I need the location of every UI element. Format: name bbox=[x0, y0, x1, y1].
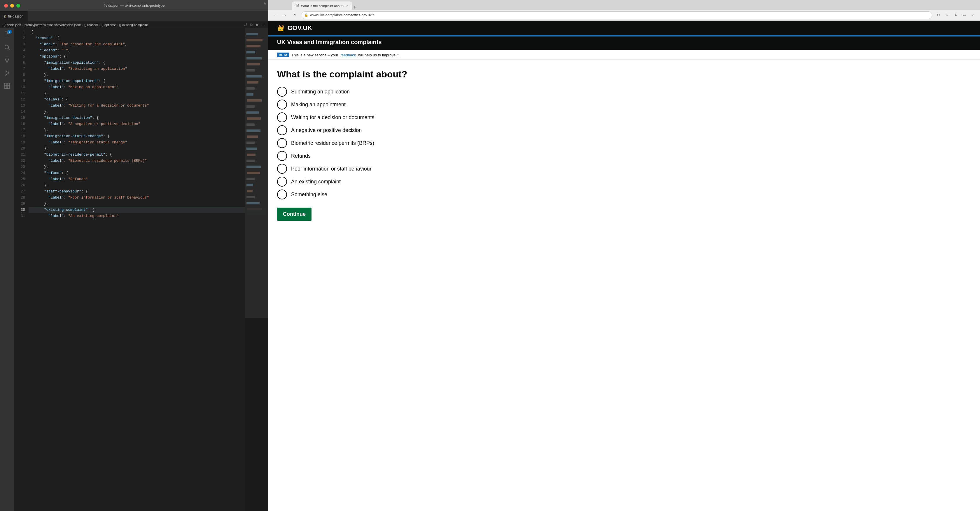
radio-label-staff-behaviour: Poor information or staff behaviour bbox=[291, 166, 372, 172]
radio-item-immigration-application[interactable]: Submitting an application bbox=[277, 87, 971, 97]
svg-rect-36 bbox=[247, 160, 255, 162]
tab-close-button[interactable]: ✕ bbox=[346, 4, 348, 7]
ln-12: 12 bbox=[14, 97, 29, 103]
radio-item-immigration-decision[interactable]: A negative or positive decision bbox=[277, 125, 971, 135]
close-button[interactable] bbox=[4, 4, 8, 8]
browser-toolbar: ‹ › ↻ 🔒 www.ukvi-complaints.homeoffice.g… bbox=[268, 10, 980, 21]
code-line-20: }, bbox=[29, 146, 245, 152]
ln-9: 9 bbox=[14, 78, 29, 85]
code-line-15: "immigration-decision": { bbox=[29, 115, 245, 121]
code-line-31: "label": "An existing complaint" bbox=[29, 213, 245, 219]
search-icon[interactable]: ⌕ bbox=[969, 11, 977, 19]
reload-icon[interactable]: ↻ bbox=[934, 11, 942, 19]
svg-rect-11 bbox=[5, 83, 7, 86]
minimap[interactable] bbox=[245, 28, 268, 511]
svg-rect-27 bbox=[247, 105, 255, 108]
radio-item-refund[interactable]: Refunds bbox=[277, 151, 971, 161]
svg-rect-40 bbox=[247, 184, 253, 186]
svg-rect-22 bbox=[247, 75, 262, 77]
address-bar[interactable]: 🔒 www.ukvi-complaints.homeoffice.gov.uk/… bbox=[301, 11, 932, 19]
svg-rect-42 bbox=[247, 196, 255, 198]
svg-rect-26 bbox=[247, 99, 262, 102]
svg-rect-45 bbox=[246, 208, 268, 216]
page-heading: What is the complaint about? bbox=[277, 69, 971, 80]
more-actions-icon[interactable]: ··· bbox=[261, 22, 265, 27]
svg-rect-19 bbox=[247, 57, 262, 59]
code-line-23: }, bbox=[29, 164, 245, 170]
ab-extensions-icon[interactable] bbox=[3, 82, 11, 90]
editor-tab[interactable]: {} fields.json bbox=[0, 11, 28, 21]
code-line-12: "delays": { bbox=[29, 97, 245, 103]
radio-item-biometric-residence-permit[interactable]: Biometric residence permits (BRPs) bbox=[277, 138, 971, 148]
svg-point-4 bbox=[6, 61, 8, 62]
svg-rect-14 bbox=[7, 86, 10, 88]
more-icon[interactable]: ··· bbox=[961, 11, 968, 19]
radio-item-immigration-appointment[interactable]: Making an appointment bbox=[277, 99, 971, 110]
bc-path1[interactable]: prototype/translations/src/en/fields.jso… bbox=[24, 23, 81, 27]
bc-options[interactable]: {} options/ bbox=[102, 23, 116, 27]
ln-7: 7 bbox=[14, 66, 29, 72]
code-line-9: "immigration-appointment": { bbox=[29, 78, 245, 85]
forward-button[interactable]: › bbox=[281, 11, 289, 19]
new-tab-button[interactable]: + bbox=[353, 5, 356, 10]
radio-item-something-else[interactable]: Something else bbox=[277, 190, 971, 200]
code-line-14: }, bbox=[29, 109, 245, 115]
download-icon[interactable]: ⬇ bbox=[952, 11, 959, 19]
tab-favicon: 🏛 bbox=[296, 3, 299, 8]
code-line-30: "existing-complaint": { bbox=[29, 207, 245, 213]
bookmark-icon[interactable]: ☆ bbox=[943, 11, 951, 19]
radio-item-staff-behaviour[interactable]: Poor information or staff behaviour bbox=[277, 164, 971, 174]
bc-reason[interactable]: {} reason/ bbox=[84, 23, 98, 27]
ln-30: 30 bbox=[14, 207, 29, 213]
editor-area: 1 1 2 3 4 5 6 7 bbox=[0, 28, 268, 511]
svg-rect-16 bbox=[247, 39, 262, 41]
ab-run-icon[interactable] bbox=[3, 69, 11, 77]
back-button[interactable]: ‹ bbox=[271, 11, 279, 19]
toolbar-actions: ↻ ☆ ⬇ ··· ⌕ bbox=[934, 11, 977, 19]
svg-marker-9 bbox=[5, 71, 9, 76]
svg-point-2 bbox=[5, 58, 6, 59]
browser-tab-active[interactable]: 🏛 What is the complaint about? ✕ bbox=[292, 1, 352, 10]
code-line-22: "label": "Biometric residence permits (B… bbox=[29, 158, 245, 164]
continue-button[interactable]: Continue bbox=[277, 208, 312, 221]
refresh-button[interactable]: ↻ bbox=[291, 11, 299, 19]
code-line-10: "label": "Making an appointment" bbox=[29, 85, 245, 91]
ab-git-icon[interactable] bbox=[3, 56, 11, 64]
svg-rect-18 bbox=[247, 51, 255, 53]
add-file-icon[interactable]: + bbox=[263, 1, 266, 6]
bc-existing[interactable]: {} existing-complaint bbox=[119, 23, 148, 27]
feedback-link[interactable]: feedback bbox=[340, 53, 356, 57]
ab-files-icon[interactable]: 1 bbox=[3, 30, 11, 38]
svg-line-1 bbox=[8, 48, 10, 50]
minimize-button[interactable] bbox=[10, 4, 14, 8]
svg-rect-33 bbox=[247, 142, 255, 144]
ln-10: 10 bbox=[14, 85, 29, 91]
govuk-service-bar: UK Visas and Immigration complaints bbox=[268, 35, 980, 50]
bc-filename[interactable]: fields.json bbox=[7, 23, 21, 27]
svg-rect-15 bbox=[247, 33, 258, 35]
ln-28: 28 bbox=[14, 195, 29, 201]
ln-26: 26 bbox=[14, 182, 29, 188]
diff-icon[interactable]: ⇄ bbox=[244, 22, 247, 27]
editor-actions: ⇄ ⧉ ··· + bbox=[244, 22, 265, 27]
svg-rect-13 bbox=[5, 86, 7, 88]
svg-point-0 bbox=[5, 45, 9, 49]
svg-line-8 bbox=[7, 60, 9, 61]
ln-19: 19 bbox=[14, 140, 29, 146]
breadcrumb: {} fields.json › prototype/translations/… bbox=[0, 22, 268, 28]
svg-rect-38 bbox=[247, 172, 260, 174]
bc-json-icon: {} bbox=[3, 23, 6, 27]
ln-31: 31 bbox=[14, 213, 29, 219]
ln-29: 29 bbox=[14, 201, 29, 207]
maximize-button[interactable] bbox=[16, 4, 20, 8]
ab-search-icon[interactable] bbox=[3, 43, 11, 51]
split-editor-icon[interactable]: ⧉ bbox=[250, 22, 253, 27]
code-line-24: "refund": { bbox=[29, 170, 245, 176]
radio-item-delays[interactable]: Waiting for a decision or documents bbox=[277, 112, 971, 122]
radio-item-existing-complaint[interactable]: An existing complaint bbox=[277, 177, 971, 187]
svg-rect-37 bbox=[247, 166, 261, 168]
ln-8: 8 bbox=[14, 72, 29, 78]
code-line-4: "legend": " ", bbox=[29, 48, 245, 54]
code-area[interactable]: { "reason": { "label": "The reason for t… bbox=[29, 28, 245, 511]
editor-content: 1 2 3 4 5 6 7 8 9 10 11 12 13 14 15 16 1… bbox=[14, 28, 268, 511]
